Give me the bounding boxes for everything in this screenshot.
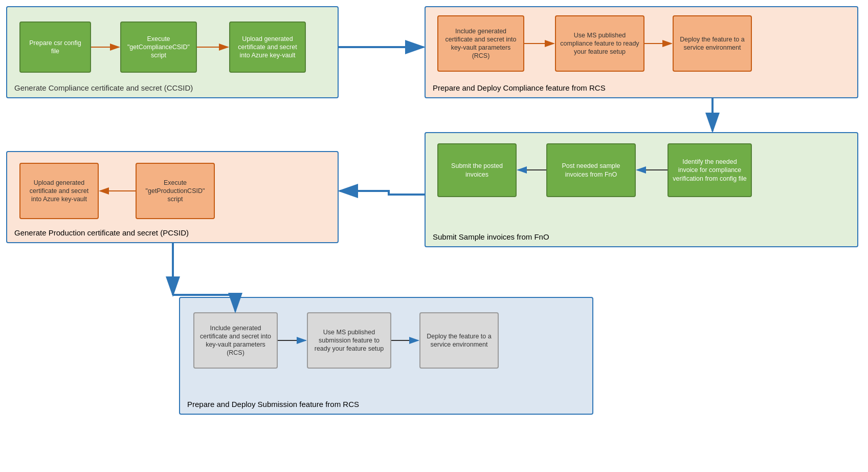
group-pcsid-label: Generate Production certificate and secr… bbox=[14, 228, 189, 237]
step-deploy-submission-env: Deploy the feature to a service environm… bbox=[419, 312, 499, 369]
step-post-sample: Post needed sample invoices from FnO bbox=[546, 143, 636, 197]
step-submit-posted: Submit the posted invoices bbox=[437, 143, 517, 197]
step-upload-cert-azure: Upload generated certificate and secret … bbox=[229, 22, 306, 73]
group-rcs-compliance-label: Prepare and Deploy Compliance feature fr… bbox=[433, 83, 606, 92]
step-deploy-compliance-env: Deploy the feature to a service environm… bbox=[673, 15, 752, 72]
step-execute-production: Execute "getProductionCSID" script bbox=[136, 163, 215, 219]
step-identify-invoice: Identify the needed invoice for complian… bbox=[667, 143, 752, 197]
step-include-cert-keyvault2: Include generated certificate and secret… bbox=[193, 312, 278, 369]
group-ccsid-label: Generate Compliance certificate and secr… bbox=[14, 83, 193, 92]
step-include-cert-keyvault: Include generated certificate and secret… bbox=[437, 15, 524, 72]
diagram-container: Generate Compliance certificate and secr… bbox=[0, 0, 868, 472]
step-use-ms-submission: Use MS published submission feature to r… bbox=[307, 312, 391, 369]
step-use-ms-compliance: Use MS published compliance feature to r… bbox=[555, 15, 644, 72]
group-submission-rcs-label: Prepare and Deploy Submission feature fr… bbox=[187, 400, 359, 409]
step-upload-cert-azure2: Upload generated certificate and secret … bbox=[19, 163, 99, 219]
step-execute-compliance: Execute "getComplianceCSID" script bbox=[120, 22, 197, 73]
group-submit-label: Submit Sample invoices from FnO bbox=[433, 232, 549, 241]
step-prepare-csr: Prepare csr config file bbox=[19, 22, 91, 73]
